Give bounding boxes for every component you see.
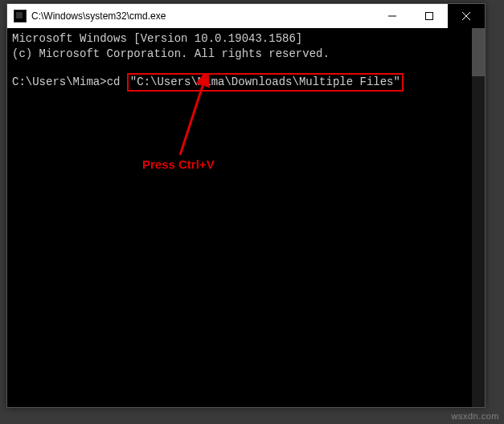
window-controls bbox=[374, 4, 485, 28]
annotation-hint-label: Press Ctrl+V bbox=[142, 157, 215, 173]
window-title: C:\Windows\system32\cmd.exe bbox=[31, 10, 166, 22]
vertical-scrollbar[interactable] bbox=[472, 28, 485, 407]
titlebar[interactable]: C:\Windows\system32\cmd.exe bbox=[7, 4, 485, 28]
watermark-text: wsxdn.com bbox=[451, 411, 499, 421]
cmd-window: C:\Windows\system32\cmd.exe Microsoft Wi… bbox=[6, 3, 486, 408]
output-line: (c) Microsoft Corporation. All rights re… bbox=[12, 47, 480, 62]
prompt-line: C:\Users\Mima>cd "C:\Users\Mima\Download… bbox=[12, 73, 480, 92]
svg-line-4 bbox=[180, 81, 204, 155]
highlighted-path: "C:\Users\Mima\Downloads\Multiple Files" bbox=[127, 73, 404, 92]
output-line: Microsoft Windows [Version 10.0.19043.15… bbox=[12, 31, 480, 47]
prompt-text: C:\Users\Mima> bbox=[12, 75, 107, 90]
cmd-icon bbox=[14, 10, 27, 22]
command-cd: cd bbox=[107, 75, 127, 90]
maximize-button[interactable] bbox=[411, 4, 448, 28]
minimize-button[interactable] bbox=[374, 4, 411, 28]
svg-rect-1 bbox=[426, 13, 433, 20]
close-button[interactable] bbox=[448, 4, 485, 28]
scrollbar-thumb[interactable] bbox=[472, 28, 485, 76]
terminal-area[interactable]: Microsoft Windows [Version 10.0.19043.15… bbox=[7, 28, 485, 407]
